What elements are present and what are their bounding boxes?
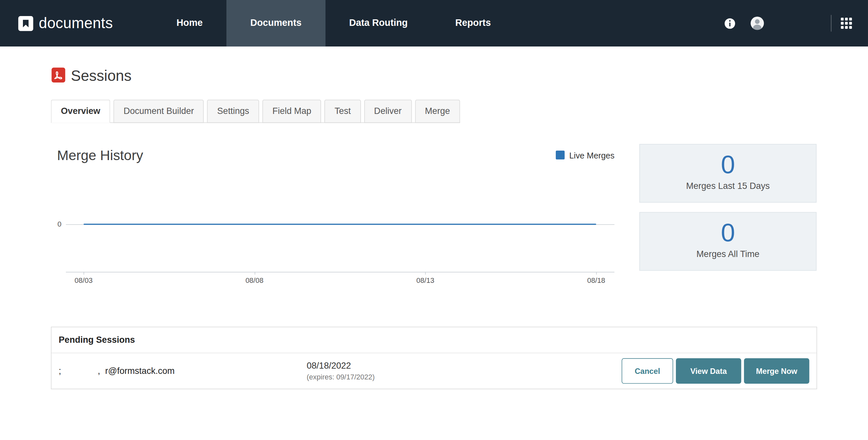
x-tickmark [596, 272, 597, 274]
main-content: Sessions Overview Document Builder Setti… [0, 47, 868, 420]
stat-value: 0 [640, 218, 816, 247]
tab-document-builder[interactable]: Document Builder [114, 99, 204, 123]
stat-label: Merges All Time [640, 249, 816, 259]
stat-card-merges-15-days: 0 Merges Last 15 Days [639, 144, 816, 203]
top-nav: documents Home Documents Data Routing Re… [0, 0, 868, 47]
info-icon[interactable] [724, 17, 736, 29]
tab-field-map[interactable]: Field Map [262, 99, 321, 123]
tab-deliver[interactable]: Deliver [364, 99, 411, 123]
tab-test[interactable]: Test [325, 99, 361, 123]
pending-sessions-panel: Pending Sessions ; , r@formstack.com 08/… [51, 327, 817, 389]
x-tickmark [254, 272, 255, 274]
dashboard-row: Merge History Live Merges 0 [51, 144, 817, 280]
session-owner: ; , r@formstack.com [59, 366, 307, 376]
nav-item-home[interactable]: Home [153, 0, 226, 47]
session-expiry: (expires: 09/17/2022) [307, 373, 622, 381]
owner-email: r@formstack.com [105, 366, 175, 376]
main-nav: Home Documents Data Routing Reports [153, 0, 515, 47]
tab-settings[interactable]: Settings [207, 99, 259, 123]
stat-label: Merges Last 15 Days [640, 181, 816, 191]
stat-value: 0 [640, 150, 816, 179]
live-merges-series-line [84, 224, 596, 225]
brand-name: documents [39, 15, 113, 32]
merge-now-button[interactable]: Merge Now [744, 358, 809, 384]
pending-sessions-header: Pending Sessions [52, 327, 816, 353]
chart-plot-area: 0 08/03 08/08 08/13 08/18 [66, 166, 614, 272]
session-date: 08/18/2022 [307, 361, 622, 371]
x-axis-label: 08/08 [246, 276, 264, 285]
chart-legend: Live Merges [556, 150, 615, 160]
page-title: Sessions [71, 67, 131, 85]
stat-card-merges-all-time: 0 Merges All Time [639, 212, 816, 271]
nav-item-data-routing[interactable]: Data Routing [326, 0, 431, 47]
apps-grid-icon[interactable] [840, 17, 852, 29]
owner-fragment: ; [59, 366, 61, 376]
session-actions: Cancel View Data Merge Now [622, 358, 809, 384]
cancel-button[interactable]: Cancel [622, 358, 673, 384]
y-axis-tick-label: 0 [57, 220, 61, 228]
app-root: documents Home Documents Data Routing Re… [0, 0, 868, 440]
x-axis-label: 08/18 [587, 276, 605, 285]
nav-right [724, 0, 868, 47]
pdf-icon [52, 67, 65, 85]
pending-sessions-title: Pending Sessions [59, 335, 135, 344]
formstack-logo-icon [18, 16, 33, 31]
x-tickmark [425, 272, 426, 274]
user-avatar-icon[interactable] [750, 16, 765, 30]
x-axis: 08/03 08/08 08/13 08/18 [84, 272, 596, 288]
session-date-cell: 08/18/2022 (expires: 09/17/2022) [307, 361, 622, 381]
chart-title: Merge History [57, 147, 143, 163]
nav-divider [831, 15, 832, 32]
view-data-button[interactable]: View Data [676, 358, 741, 384]
x-tickmark [84, 272, 84, 274]
stats-column: 0 Merges Last 15 Days 0 Merges All Time [639, 144, 816, 280]
x-axis-label: 08/13 [416, 276, 434, 285]
brand[interactable]: documents [0, 0, 113, 47]
tab-merge[interactable]: Merge [415, 99, 460, 123]
nav-item-documents[interactable]: Documents [226, 0, 326, 47]
x-axis-label: 08/03 [74, 276, 93, 285]
page-header: Sessions [52, 47, 817, 85]
tab-bar: Overview Document Builder Settings Field… [51, 99, 460, 123]
owner-fragment: , [97, 366, 100, 376]
merge-history-chart: Merge History Live Merges 0 [51, 144, 615, 280]
pending-session-row: ; , r@formstack.com 08/18/2022 (expires:… [52, 353, 816, 389]
legend-label: Live Merges [569, 150, 614, 160]
nav-item-reports[interactable]: Reports [431, 0, 515, 47]
legend-swatch-live-merges [556, 151, 565, 159]
tab-overview[interactable]: Overview [51, 99, 110, 123]
chart-header: Merge History Live Merges [57, 144, 614, 166]
